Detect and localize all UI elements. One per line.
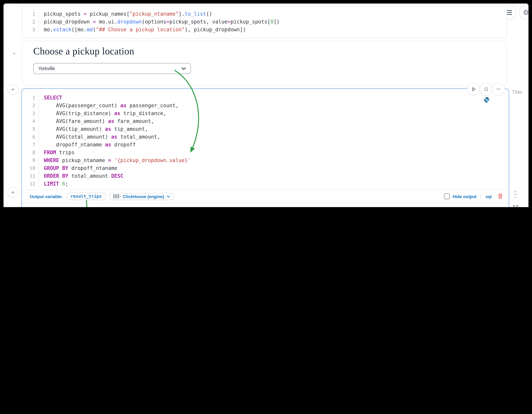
code-line[interactable]: 4 AVG(fare_amount) as fare_amount, <box>22 118 509 125</box>
screenshot-frame: ⚙ 1pickup_spots = pickup_names["pickup_n… <box>0 0 532 207</box>
code-line[interactable]: 3 AVG(trip_distance) as trip_distance, <box>22 110 509 118</box>
line-number: 10 <box>22 164 39 172</box>
output-variable-pill[interactable]: result_trips <box>67 193 106 200</box>
add-cell-below-button[interactable]: + <box>8 187 18 198</box>
cell-python-dropdown[interactable]: 1pickup_spots = pickup_names["pickup_nta… <box>21 6 507 38</box>
expand-cell-icon[interactable] <box>513 205 518 207</box>
trash-icon[interactable] <box>498 193 503 199</box>
line-number: 7 <box>22 141 39 149</box>
line-number: 2 <box>22 18 39 26</box>
line-number: 2 <box>22 102 39 110</box>
code-line[interactable]: 1pickup_spots = pickup_names["pickup_nta… <box>22 10 507 18</box>
chevron-down-icon <box>181 67 186 70</box>
code-line[interactable]: 10GROUP BY dropoff_ntaname <box>22 164 509 172</box>
play-icon <box>471 87 476 91</box>
stop-square-icon <box>484 87 488 91</box>
gear-icon: ⚙ <box>523 8 529 17</box>
line-number: 3 <box>22 26 39 34</box>
line-number: 4 <box>22 118 39 125</box>
line-number: 6 <box>22 133 39 141</box>
code-line[interactable]: 7 dropoff_ntaname as dropoff <box>22 141 509 149</box>
line-number: 5 <box>22 125 39 133</box>
md-output-cell: Choose a pickup location Yorkville <box>21 41 507 86</box>
hide-output-label[interactable]: Hide output <box>453 194 476 199</box>
plus-icon: + <box>11 189 14 195</box>
add-cell-above-button[interactable]: + <box>8 84 18 95</box>
code-line[interactable]: 2pickup_dropdown = mo.ui.dropdown(option… <box>22 18 507 26</box>
more-dots-icon: ••• <box>496 87 501 91</box>
clickhouse-icon <box>114 194 121 198</box>
engine-selector[interactable]: ClickHouse (engine) <box>110 193 174 200</box>
fold-chevron-icon[interactable]: ⌄ <box>42 94 44 102</box>
collapse-chevron-icon[interactable]: ⌄ <box>12 49 16 55</box>
code-line[interactable]: 11ORDER BY total_amount DESC <box>22 172 509 180</box>
drag-handle-icon[interactable] <box>514 191 517 199</box>
line-number: 8 <box>22 149 39 157</box>
code-line[interactable]: 3mo.vstack([mo.md("## Choose a pickup lo… <box>22 26 507 34</box>
line-number: 3 <box>22 110 39 118</box>
engine-label: ClickHouse (engine) <box>123 194 164 199</box>
dropdown-value: Yorkville <box>38 66 55 71</box>
code-line[interactable]: 12LIMIT 6; <box>22 180 509 188</box>
cell-more-actions-button[interactable]: ••• <box>492 83 505 96</box>
code-line[interactable]: 1⌄SELECT <box>22 94 509 102</box>
hide-output-checkbox[interactable] <box>444 193 450 199</box>
line-number: 11 <box>22 172 39 180</box>
line-number: 1 <box>22 10 39 18</box>
md-heading: Choose a pickup location <box>33 46 134 57</box>
chevron-down-icon <box>166 195 170 197</box>
line-number: 9 <box>22 157 39 164</box>
line-number: 12 <box>22 180 39 188</box>
plus-icon: + <box>11 86 14 92</box>
code-editor-python[interactable]: 1pickup_spots = pickup_names["pickup_nta… <box>22 6 507 34</box>
sql-output-bar: Output variable: result_trips ClickHouse… <box>22 190 509 203</box>
settings-button[interactable]: ⚙ <box>519 5 529 19</box>
cell-runtime: 72ms <box>512 90 522 95</box>
notebook-canvas: ⚙ 1pickup_spots = pickup_names["pickup_n… <box>3 3 529 207</box>
code-line[interactable]: 9WHERE pickup_ntaname = '{pickup_dropdow… <box>22 157 509 164</box>
language-badge[interactable]: sql <box>485 194 492 199</box>
run-cell-button[interactable] <box>467 83 480 96</box>
stop-cell-button[interactable] <box>480 83 493 96</box>
output-variable-label: Output variable: <box>30 194 63 199</box>
code-line[interactable]: 5 AVG(tip_amount) as tip_amount, <box>22 125 509 133</box>
line-number: 1⌄ <box>22 94 39 102</box>
code-line[interactable]: 6 AVG(total_amount) as total_amount, <box>22 133 509 141</box>
pickup-location-dropdown[interactable]: Yorkville <box>33 63 191 74</box>
code-line[interactable]: 8FROM trips <box>22 149 509 157</box>
python-logo-icon <box>484 97 490 103</box>
cell-sql[interactable]: 1⌄SELECT2 AVG(passenger_count) as passen… <box>21 88 509 207</box>
code-line[interactable]: 2 AVG(passenger_count) as passenger_coun… <box>22 102 509 110</box>
code-editor-sql[interactable]: 1⌄SELECT2 AVG(passenger_count) as passen… <box>22 89 509 188</box>
hamburger-icon <box>507 10 512 15</box>
